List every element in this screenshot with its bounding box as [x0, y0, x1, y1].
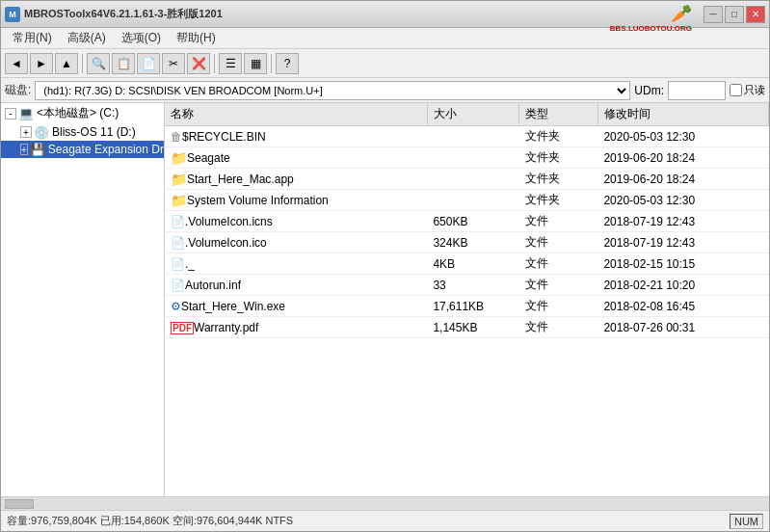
- file-modified-cell: 2018-02-21 10:20: [597, 275, 768, 296]
- help-button[interactable]: ?: [276, 53, 299, 74]
- copy-button[interactable]: 📋: [112, 53, 135, 74]
- file-icon: 📄: [171, 236, 185, 250]
- table-row[interactable]: 📁 System Volume Information 文件夹 2020-05-…: [165, 190, 769, 211]
- file-icon: 📄: [171, 257, 185, 271]
- search-button[interactable]: 🔍: [87, 53, 110, 74]
- menu-advanced[interactable]: 高级(A): [60, 28, 114, 48]
- minimize-button[interactable]: ─: [704, 6, 723, 23]
- file-icon: 📁: [171, 193, 187, 208]
- tree-item-local[interactable]: - 💻 <本地磁盘> (C:): [1, 103, 164, 123]
- scroll-thumb[interactable]: [5, 499, 34, 509]
- table-row[interactable]: 🗑 $RECYCLE.BIN 文件夹 2020-05-03 12:30: [165, 126, 769, 147]
- file-name-cell[interactable]: 📄 .VolumeIcon.ico: [165, 232, 427, 253]
- file-size-cell: [427, 147, 518, 169]
- disk-icon-bliss: 💿: [34, 125, 49, 139]
- file-size-cell: 17,611KB: [427, 296, 518, 317]
- col-name[interactable]: 名称: [165, 103, 427, 126]
- list-view-button[interactable]: ☰: [219, 53, 242, 74]
- carrot-icon: 🥕: [671, 3, 692, 24]
- tree-item-bliss[interactable]: + 💿 Bliss-OS 11 (D:): [1, 123, 164, 141]
- expand-seagate[interactable]: +: [20, 144, 28, 155]
- file-name: System Volume Information: [187, 194, 329, 207]
- num-lock-indicator: NUM: [730, 514, 763, 529]
- delete-button[interactable]: ❌: [187, 53, 210, 74]
- file-name-cell[interactable]: 📄 Autorun.inf: [165, 275, 427, 296]
- file-modified-cell: 2020-05-03 12:30: [597, 190, 768, 211]
- file-name: Autorun.inf: [185, 279, 241, 292]
- menu-normal[interactable]: 常用(N): [5, 28, 60, 48]
- expand-local[interactable]: -: [5, 108, 16, 120]
- file-name-cell[interactable]: 🗑 $RECYCLE.BIN: [165, 126, 427, 147]
- file-modified-cell: 2018-07-26 00:31: [597, 317, 768, 338]
- file-size-cell: [427, 190, 518, 211]
- back-button[interactable]: ◄: [5, 53, 28, 74]
- expand-bliss[interactable]: +: [20, 126, 32, 138]
- table-row[interactable]: 📄 .VolumeIcon.ico 324KB 文件 2018-07-19 12…: [165, 232, 769, 253]
- tree-panel: - 💻 <本地磁盘> (C:) + 💿 Bliss-OS 11 (D:) + 💾…: [1, 103, 165, 496]
- table-header-row: 名称 大小 类型 修改时间: [165, 103, 769, 126]
- horizontal-scrollbar[interactable]: [1, 496, 769, 510]
- file-name-cell[interactable]: 📁 Seagate: [165, 147, 427, 169]
- grid-view-button[interactable]: ▦: [244, 53, 267, 74]
- toolbar-sep-3: [271, 54, 272, 73]
- tree-item-seagate[interactable]: + 💾 Seagate Expansion Drive (E: [1, 141, 164, 158]
- ud-input[interactable]: [668, 81, 726, 100]
- folder-icon-local: 💻: [18, 107, 34, 120]
- col-modified[interactable]: 修改时间: [597, 103, 768, 126]
- file-size-cell: [427, 169, 518, 190]
- menu-help[interactable]: 帮助(H): [169, 28, 224, 48]
- readonly-label: 只读: [744, 83, 765, 97]
- app-icon: M: [5, 7, 20, 22]
- file-name-cell[interactable]: PDF Warranty.pdf: [165, 317, 427, 338]
- file-name-cell[interactable]: 📁 System Volume Information: [165, 190, 427, 211]
- table-row[interactable]: 📁 Seagate 文件夹 2019-06-20 18:24: [165, 147, 769, 169]
- file-size-cell: 4KB: [427, 253, 518, 275]
- file-name-cell[interactable]: 📄 ._: [165, 253, 427, 275]
- main-window: M MBROSToolx64V6.21.1.61-3-胜利版1201 🥕 BBS…: [0, 0, 770, 532]
- file-name-cell[interactable]: ⚙ Start_Here_Win.exe: [165, 296, 427, 317]
- logo-text: BBS.LUOBOTOU.ORG: [610, 24, 692, 33]
- col-type[interactable]: 类型: [519, 103, 598, 126]
- close-button[interactable]: ✕: [746, 6, 765, 23]
- maximize-button[interactable]: □: [725, 6, 744, 23]
- file-type-cell: 文件夹: [519, 190, 598, 211]
- paste-button[interactable]: 📄: [137, 53, 160, 74]
- table-row[interactable]: 📄 ._ 4KB 文件 2018-02-15 10:15: [165, 253, 769, 275]
- file-type-cell: 文件: [519, 211, 598, 232]
- tree-label-bliss: Bliss-OS 11 (D:): [52, 125, 136, 139]
- file-icon: PDF: [171, 321, 194, 334]
- readonly-checkbox-area: 只读: [730, 83, 765, 97]
- file-icon: 🗑: [171, 130, 182, 144]
- menu-options[interactable]: 选项(O): [114, 28, 169, 48]
- file-type-cell: 文件夹: [519, 169, 598, 190]
- tree-label-seagate: Seagate Expansion Drive (E: [48, 143, 165, 156]
- disk-selector[interactable]: (hd1): R(7.3G) D: SCSI\DISK VEN BROADCOM…: [35, 81, 630, 100]
- col-size[interactable]: 大小: [427, 103, 518, 126]
- toolbar-sep-2: [214, 54, 215, 73]
- file-type-cell: 文件: [519, 253, 598, 275]
- forward-button[interactable]: ►: [30, 53, 53, 74]
- file-name: .VolumeIcon.ico: [185, 236, 267, 250]
- disk-icon-seagate: 💾: [30, 143, 45, 156]
- file-name-cell[interactable]: 📄 .VolumeIcon.icns: [165, 211, 427, 232]
- file-size-cell: 650KB: [427, 211, 518, 232]
- file-type-cell: 文件: [519, 275, 598, 296]
- table-row[interactable]: ⚙ Start_Here_Win.exe 17,611KB 文件 2018-02…: [165, 296, 769, 317]
- up-button[interactable]: ▲: [55, 53, 78, 74]
- file-modified-cell: 2020-05-03 12:30: [597, 126, 768, 147]
- table-row[interactable]: 📄 Autorun.inf 33 文件 2018-02-21 10:20: [165, 275, 769, 296]
- table-row[interactable]: 📄 .VolumeIcon.icns 650KB 文件 2018-07-19 1…: [165, 211, 769, 232]
- file-name: $RECYCLE.BIN: [182, 130, 266, 144]
- file-type-cell: 文件夹: [519, 147, 598, 169]
- disk-label: 磁盘:: [5, 82, 31, 98]
- logo-area: 🥕 BBS.LUOBOTOU.ORG: [610, 3, 692, 33]
- table-row[interactable]: PDF Warranty.pdf 1,145KB 文件 2018-07-26 0…: [165, 317, 769, 338]
- file-modified-cell: 2018-02-08 16:45: [597, 296, 768, 317]
- readonly-checkbox[interactable]: [730, 84, 742, 96]
- file-size-cell: 33: [427, 275, 518, 296]
- file-name-cell[interactable]: 📁 Start_Here_Mac.app: [165, 169, 427, 190]
- file-name: Start_Here_Win.exe: [181, 300, 285, 313]
- cut-button[interactable]: ✂: [162, 53, 185, 74]
- file-size-cell: 1,145KB: [427, 317, 518, 338]
- table-row[interactable]: 📁 Start_Here_Mac.app 文件夹 2019-06-20 18:2…: [165, 169, 769, 190]
